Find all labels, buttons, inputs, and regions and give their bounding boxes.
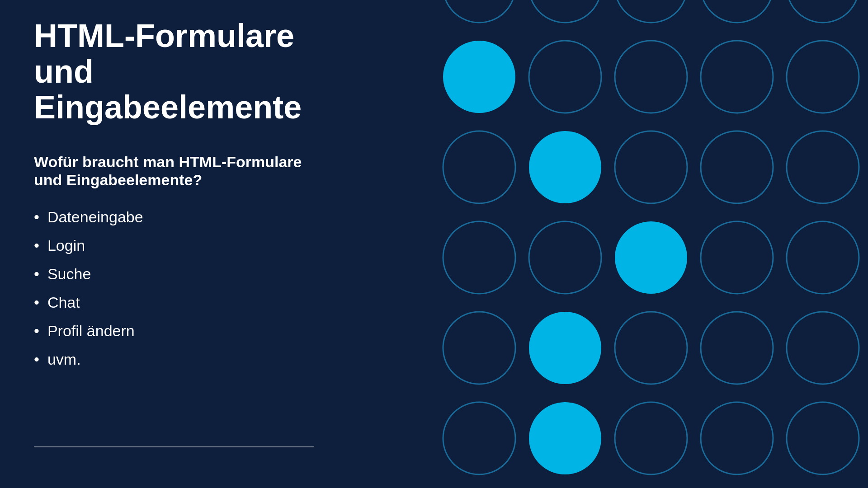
- svg-point-29: [787, 402, 859, 474]
- main-title: HTML-Formulare und Eingabeelemente: [34, 18, 341, 126]
- svg-point-12: [615, 131, 687, 203]
- svg-point-6: [529, 41, 601, 113]
- svg-point-24: [787, 312, 859, 384]
- svg-point-22: [615, 312, 687, 384]
- list-item: uvm.: [34, 345, 341, 374]
- list-item: Profil ändern: [34, 317, 341, 345]
- list-item: Login: [34, 231, 341, 260]
- svg-point-1: [529, 0, 601, 23]
- svg-point-27: [615, 402, 687, 474]
- list-item: Dateneingabe: [34, 203, 341, 231]
- svg-point-14: [787, 131, 859, 203]
- svg-point-23: [701, 312, 773, 384]
- svg-point-4: [787, 0, 859, 23]
- svg-point-21: [529, 312, 601, 384]
- svg-point-7: [615, 41, 687, 113]
- svg-point-5: [443, 41, 515, 113]
- svg-point-18: [701, 221, 773, 294]
- svg-point-8: [701, 41, 773, 113]
- section-subtitle: Wofür braucht man HTML-Formulare und Ein…: [34, 153, 341, 190]
- svg-point-13: [701, 131, 773, 203]
- svg-point-16: [529, 221, 601, 294]
- bullet-list: Dateneingabe Login Suche Chat Profil änd…: [34, 203, 341, 374]
- list-item: Chat: [34, 288, 341, 317]
- svg-point-15: [443, 221, 515, 294]
- svg-point-2: [615, 0, 687, 23]
- content-left: HTML-Formulare und Eingabeelemente Wofür…: [34, 18, 341, 374]
- svg-point-3: [701, 0, 773, 23]
- svg-point-20: [443, 312, 515, 384]
- divider: [34, 446, 314, 447]
- svg-point-0: [443, 0, 515, 23]
- svg-point-11: [529, 131, 601, 203]
- svg-point-25: [443, 402, 515, 474]
- svg-point-26: [529, 402, 601, 474]
- svg-point-9: [787, 41, 859, 113]
- circles-decoration: [434, 0, 868, 488]
- svg-point-17: [615, 221, 687, 294]
- svg-point-19: [787, 221, 859, 294]
- svg-point-28: [701, 402, 773, 474]
- svg-point-10: [443, 131, 515, 203]
- list-item: Suche: [34, 260, 341, 288]
